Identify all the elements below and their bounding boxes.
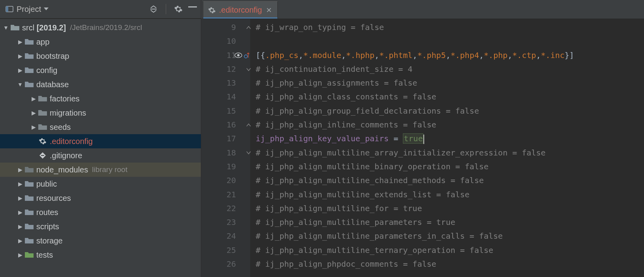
code-line[interactable]: # ij_php_align_multiline_parameters_in_c… bbox=[256, 229, 644, 243]
code-line[interactable]: # ij_php_align_multiline_for = true bbox=[256, 202, 644, 215]
expand-arrow-icon[interactable]: ▶ bbox=[16, 39, 24, 45]
gear-icon bbox=[208, 6, 216, 14]
expand-arrow-icon[interactable]: ▼ bbox=[16, 81, 24, 88]
tree-item-label: seeds bbox=[50, 123, 71, 132]
tree-item-node-modules[interactable]: ▶node_moduleslibrary root bbox=[0, 163, 201, 177]
sidebar-title[interactable]: Project bbox=[17, 5, 41, 14]
expand-arrow-icon[interactable]: ▶ bbox=[16, 53, 24, 59]
folder-grey-icon bbox=[38, 124, 47, 131]
code-line[interactable]: # ij_php_align_inline_comments = false bbox=[256, 118, 644, 132]
svg-point-7 bbox=[237, 54, 240, 56]
expand-arrow-icon[interactable]: ▶ bbox=[29, 110, 38, 116]
svg-rect-1 bbox=[6, 6, 8, 12]
editor-tab-bar: .editorconfig ✕ bbox=[201, 0, 644, 19]
tree-root[interactable]: ▼ srcl [2019.2] /JetBrains/2019.2/srcl bbox=[0, 21, 201, 35]
tree-item--editorconfig[interactable]: .editorconfig bbox=[0, 134, 201, 148]
code-line[interactable]: ij_php_align_key_value_pairs = true bbox=[256, 132, 644, 146]
code-line[interactable]: # ij_php_align_phpdoc_comments = false bbox=[256, 257, 644, 271]
tree-item-label: app bbox=[36, 37, 49, 47]
folder-icon bbox=[24, 195, 34, 202]
code-line[interactable]: # ij_php_align_group_field_declarations … bbox=[256, 104, 644, 118]
tree-item-label: config bbox=[36, 66, 57, 75]
root-version: [2019.2] bbox=[37, 23, 66, 32]
inspection-eye-icon[interactable] bbox=[234, 52, 242, 58]
tree-item-scripts[interactable]: ▶scripts bbox=[0, 219, 201, 234]
editor-code[interactable]: # ij_wrap_on_typing = false [{.php_cs,*.… bbox=[250, 19, 644, 277]
expand-arrow-icon[interactable]: ▶ bbox=[16, 238, 24, 244]
gear-icon[interactable] bbox=[174, 5, 183, 13]
tree-item-tests[interactable]: ▶tests bbox=[0, 248, 201, 262]
scroll-from-source-icon[interactable] bbox=[149, 5, 158, 13]
tree-item-label: factories bbox=[50, 94, 80, 103]
code-line[interactable]: # ij_php_align_multiline_binary_operatio… bbox=[256, 160, 644, 174]
expand-arrow-icon[interactable]: ▶ bbox=[16, 209, 24, 215]
tree-item-label: routes bbox=[36, 208, 58, 217]
tree-item-database[interactable]: ▼database bbox=[0, 77, 201, 92]
tree-item-factories[interactable]: ▶factories bbox=[0, 92, 201, 106]
code-line[interactable]: # ij_php_align_multiline_extends_list = … bbox=[256, 188, 644, 202]
project-tree[interactable]: ▼ srcl [2019.2] /JetBrains/2019.2/srcl ▶… bbox=[0, 19, 201, 277]
gitignore-icon bbox=[38, 152, 47, 159]
tree-item--gitignore[interactable]: .gitignore bbox=[0, 148, 201, 163]
tree-item-bootstrap[interactable]: ▶bootstrap bbox=[0, 49, 201, 63]
code-line[interactable]: # ij_php_align_class_constants = false bbox=[256, 90, 644, 104]
tree-item-label: public bbox=[36, 180, 57, 189]
folder-icon bbox=[10, 24, 20, 31]
folder-icon bbox=[24, 67, 34, 74]
tree-item-label: storage bbox=[36, 236, 63, 245]
close-icon[interactable]: ✕ bbox=[265, 6, 273, 15]
root-path: /JetBrains/2019.2/srcl bbox=[70, 23, 142, 32]
folder-icon bbox=[24, 52, 34, 60]
gear-icon bbox=[38, 137, 47, 145]
code-line[interactable]: # ij_php_align_assignments = false bbox=[256, 76, 644, 90]
folder-icon bbox=[24, 237, 34, 244]
code-line[interactable]: # ij_php_align_multiline_chained_methods… bbox=[256, 174, 644, 187]
code-line[interactable]: [{.php_cs,*.module,*.hphp,*.phtml,*.php5… bbox=[256, 49, 644, 62]
code-line[interactable]: # ij_php_align_multiline_parameters = tr… bbox=[256, 215, 644, 229]
editor-pane: .editorconfig ✕ 910111213141516171819202… bbox=[201, 0, 644, 277]
code-area[interactable]: 91011121314151617181920212223242526 # ij… bbox=[201, 19, 644, 277]
expand-arrow-icon[interactable]: ▶ bbox=[16, 223, 24, 230]
tab-filename: .editorconfig bbox=[219, 6, 262, 15]
editor-tab[interactable]: .editorconfig ✕ bbox=[203, 1, 278, 19]
tree-item-label: .gitignore bbox=[50, 151, 82, 160]
svg-rect-5 bbox=[41, 155, 44, 156]
expand-arrow-icon[interactable]: ▶ bbox=[29, 124, 38, 130]
editor-gutter[interactable]: 91011121314151617181920212223242526 bbox=[201, 19, 250, 277]
code-line[interactable]: # ij_php_align_multiline_ternary_operati… bbox=[256, 243, 644, 257]
expand-arrow-icon[interactable]: ▶ bbox=[16, 252, 24, 258]
expand-arrow-icon[interactable]: ▶ bbox=[16, 195, 24, 201]
svg-rect-3 bbox=[188, 6, 197, 7]
expand-arrow-icon[interactable]: ▶ bbox=[16, 67, 24, 73]
code-line[interactable]: # ij_php_align_multiline_array_initializ… bbox=[256, 146, 644, 160]
project-view-icon bbox=[6, 5, 13, 13]
tree-item-label: resources bbox=[36, 194, 71, 203]
code-line[interactable]: # ij_continuation_indent_size = 4 bbox=[256, 62, 644, 76]
expand-arrow-icon[interactable]: ▶ bbox=[29, 95, 38, 102]
folder-icon bbox=[24, 38, 34, 45]
folder-icon bbox=[24, 180, 34, 187]
tree-item-public[interactable]: ▶public bbox=[0, 177, 201, 191]
dropdown-icon[interactable] bbox=[43, 7, 49, 11]
tree-item-resources[interactable]: ▶resources bbox=[0, 191, 201, 205]
override-up-icon[interactable] bbox=[244, 52, 249, 58]
code-line[interactable]: # ij_wrap_on_typing = false bbox=[256, 21, 644, 34]
tree-item-seeds[interactable]: ▶seeds bbox=[0, 120, 201, 134]
project-sidebar: Project ▼ bbox=[0, 0, 201, 277]
tree-item-config[interactable]: ▶config bbox=[0, 63, 201, 77]
tree-item-app[interactable]: ▶app bbox=[0, 35, 201, 49]
svg-rect-2 bbox=[150, 9, 157, 9]
tree-item-label: bootstrap bbox=[36, 52, 69, 61]
expand-arrow-icon[interactable]: ▶ bbox=[16, 167, 24, 173]
svg-point-8 bbox=[244, 55, 247, 58]
tree-item-routes[interactable]: ▶routes bbox=[0, 205, 201, 219]
tree-item-storage[interactable]: ▶storage bbox=[0, 234, 201, 248]
folder-icon bbox=[24, 81, 34, 88]
tree-item-label: tests bbox=[36, 251, 53, 260]
expand-arrow-icon[interactable]: ▶ bbox=[16, 181, 24, 187]
tree-item-label: migrations bbox=[50, 109, 86, 118]
tree-item-label: database bbox=[36, 80, 69, 89]
code-line[interactable] bbox=[256, 34, 644, 48]
hide-panel-icon[interactable] bbox=[188, 6, 197, 12]
tree-item-migrations[interactable]: ▶migrations bbox=[0, 106, 201, 120]
